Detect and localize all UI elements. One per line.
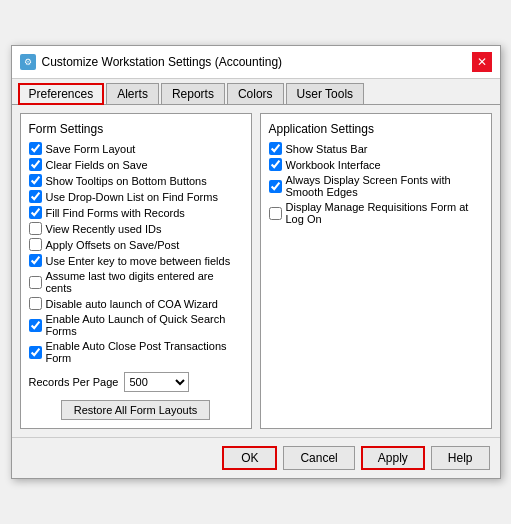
form-checkbox-row: Show Tooltips on Bottom Buttons [29,174,243,187]
form-checkbox-8[interactable] [29,276,42,289]
form-checkbox-row: Fill Find Forms with Records [29,206,243,219]
form-checkbox-label-4: Fill Find Forms with Records [46,207,185,219]
form-checkbox-9[interactable] [29,297,42,310]
tab-user-tools[interactable]: User Tools [286,83,364,104]
app-checkbox-row: Show Status Bar [269,142,483,155]
form-checkbox-label-3: Use Drop-Down List on Find Forms [46,191,218,203]
form-checkbox-label-8: Assume last two digits entered are cents [46,270,243,294]
form-checkbox-row: View Recently used IDs [29,222,243,235]
form-checkbox-row: Disable auto launch of COA Wizard [29,297,243,310]
app-checkbox-label-2: Always Display Screen Fonts with Smooth … [286,174,483,198]
help-button[interactable]: Help [431,446,490,470]
content-area: Form Settings Save Form LayoutClear Fiel… [12,105,500,437]
apply-button[interactable]: Apply [361,446,425,470]
app-checkbox-row: Always Display Screen Fonts with Smooth … [269,174,483,198]
tab-reports[interactable]: Reports [161,83,225,104]
app-checkbox-label-0: Show Status Bar [286,143,368,155]
app-checkbox-row: Display Manage Requisitions Form at Log … [269,201,483,225]
form-checkbox-11[interactable] [29,346,42,359]
form-checkbox-row: Use Enter key to move between fields [29,254,243,267]
app-checkbox-label-3: Display Manage Requisitions Form at Log … [286,201,483,225]
title-bar-left: ⚙ Customize Workstation Settings (Accoun… [20,54,283,70]
app-settings-panel: Application Settings Show Status BarWork… [260,113,492,429]
app-checkbox-0[interactable] [269,142,282,155]
close-button[interactable]: ✕ [472,52,492,72]
title-bar: ⚙ Customize Workstation Settings (Accoun… [12,46,500,79]
form-checkbox-label-11: Enable Auto Close Post Transactions Form [46,340,243,364]
form-checkbox-10[interactable] [29,319,42,332]
form-checkbox-label-6: Apply Offsets on Save/Post [46,239,180,251]
app-checkbox-label-1: Workbook Interface [286,159,381,171]
tab-colors[interactable]: Colors [227,83,284,104]
tab-preferences[interactable]: Preferences [18,83,105,105]
form-checkbox-label-1: Clear Fields on Save [46,159,148,171]
records-per-page-row: Records Per Page 500 100 200 1000 [29,372,243,392]
form-checkbox-label-2: Show Tooltips on Bottom Buttons [46,175,207,187]
form-checkbox-label-9: Disable auto launch of COA Wizard [46,298,218,310]
app-settings-title: Application Settings [269,122,483,136]
app-checkbox-2[interactable] [269,180,282,193]
form-checkbox-row: Save Form Layout [29,142,243,155]
app-checkboxes: Show Status BarWorkbook InterfaceAlways … [269,142,483,225]
dialog: ⚙ Customize Workstation Settings (Accoun… [11,45,501,479]
footer: OK Cancel Apply Help [12,437,500,478]
form-checkbox-label-7: Use Enter key to move between fields [46,255,231,267]
tab-alerts[interactable]: Alerts [106,83,159,104]
form-settings-title: Form Settings [29,122,243,136]
form-checkbox-row: Use Drop-Down List on Find Forms [29,190,243,203]
app-checkbox-row: Workbook Interface [269,158,483,171]
form-checkbox-label-5: View Recently used IDs [46,223,162,235]
form-checkbox-6[interactable] [29,238,42,251]
form-checkbox-row: Apply Offsets on Save/Post [29,238,243,251]
form-checkbox-3[interactable] [29,190,42,203]
form-checkbox-row: Assume last two digits entered are cents [29,270,243,294]
records-per-page-label: Records Per Page [29,376,119,388]
form-checkbox-0[interactable] [29,142,42,155]
tab-bar: Preferences Alerts Reports Colors User T… [12,79,500,105]
form-checkbox-2[interactable] [29,174,42,187]
form-checkbox-1[interactable] [29,158,42,171]
ok-button[interactable]: OK [222,446,277,470]
cancel-button[interactable]: Cancel [283,446,354,470]
app-checkbox-3[interactable] [269,207,282,220]
form-checkbox-row: Clear Fields on Save [29,158,243,171]
dialog-title: Customize Workstation Settings (Accounti… [42,55,283,69]
form-checkbox-label-10: Enable Auto Launch of Quick Search Forms [46,313,243,337]
form-checkbox-4[interactable] [29,206,42,219]
form-checkbox-row: Enable Auto Close Post Transactions Form [29,340,243,364]
form-checkbox-5[interactable] [29,222,42,235]
form-checkbox-label-0: Save Form Layout [46,143,136,155]
form-checkboxes: Save Form LayoutClear Fields on SaveShow… [29,142,243,364]
form-settings-panel: Form Settings Save Form LayoutClear Fiel… [20,113,252,429]
form-checkbox-row: Enable Auto Launch of Quick Search Forms [29,313,243,337]
restore-form-layouts-button[interactable]: Restore All Form Layouts [61,400,211,420]
records-per-page-select[interactable]: 500 100 200 1000 [124,372,189,392]
app-checkbox-1[interactable] [269,158,282,171]
settings-icon: ⚙ [20,54,36,70]
form-checkbox-7[interactable] [29,254,42,267]
